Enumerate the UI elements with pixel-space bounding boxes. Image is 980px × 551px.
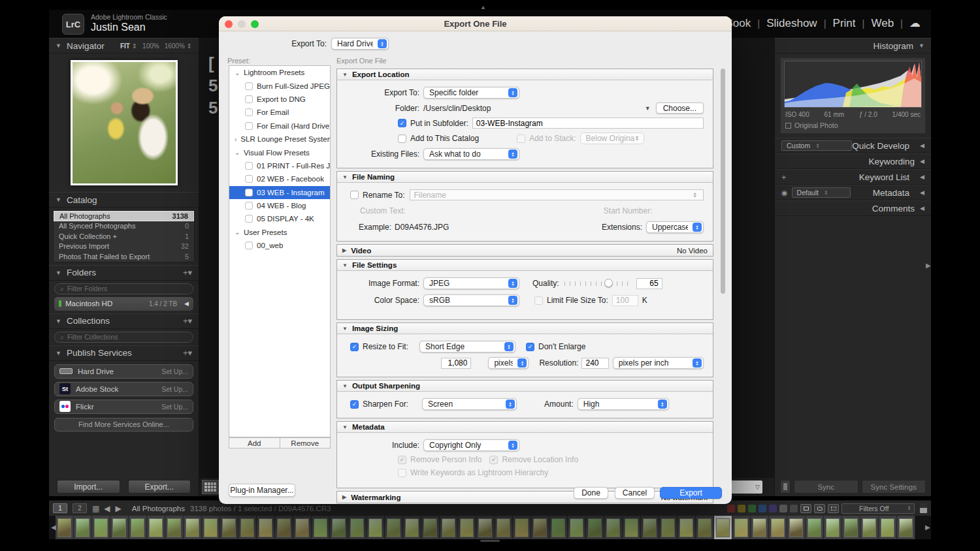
cancel-button[interactable]: Cancel [615,487,655,499]
preset-checkbox[interactable] [245,82,253,90]
label-chip-gray1[interactable] [779,505,787,512]
stack-position-dropdown[interactable]: Below Original⇕ [580,133,644,144]
choose-folder-button[interactable]: Choose... [656,102,704,114]
add-collection-button[interactable]: +▾ [183,316,192,326]
preset-item[interactable]: For Email (Hard Drive) [229,119,330,133]
catalog-item-failed-export[interactable]: Photos That Failed to Export5 [54,251,194,262]
export-button[interactable]: Export... [128,480,191,494]
sharpen-target-dropdown[interactable]: Screen▲▼ [422,398,517,410]
section-header[interactable]: ▼Metadata [337,422,713,433]
histogram-chart[interactable] [784,61,922,108]
module-slideshow[interactable]: Slideshow [766,17,817,30]
dont-enlarge-checkbox[interactable]: ✓ [526,343,534,351]
metadata-include-dropdown[interactable]: Copyright Only▲▼ [423,439,519,451]
filmstrip-thumbnail[interactable] [348,516,367,539]
dialog-scrollbar[interactable] [721,69,725,445]
extensions-dropdown[interactable]: Uppercase▲▼ [646,221,704,233]
section-header[interactable]: ▶WatermarkingNo watermark [337,492,713,503]
label-chip-purple[interactable] [769,505,777,512]
filmstrip-thumbnail[interactable] [604,516,623,539]
preset-checkbox[interactable] [245,202,253,210]
folder-history-arrow[interactable]: ▼ [645,105,651,112]
preset-item[interactable]: 00_web [229,239,330,252]
preset-checkbox[interactable] [245,108,253,116]
image-format-dropdown[interactable]: JPEG▲▼ [423,277,519,289]
filmstrip-thumbnail[interactable] [586,516,604,539]
filmstrip-thumbnail[interactable] [641,516,659,539]
publish-service-flickr[interactable]: Flickr Set Up... [54,400,193,414]
original-photo-checkbox[interactable] [785,123,791,129]
add-folder-button[interactable]: +▾ [183,268,192,277]
filters-dropdown[interactable]: Filters Off⇕ [841,503,915,514]
quick-develop-header[interactable]: Custom⇕ Quick Develop ◀ [775,138,931,153]
preset-item[interactable]: 01 PRINT - Full-Res JPG 100% [229,159,330,172]
zoom-100-button[interactable]: 100% [142,42,159,50]
sync-settings-button[interactable]: Sync Settings [862,480,926,494]
catalog-item-all-photographs[interactable]: All Photographs3138 [54,211,194,221]
section-header[interactable]: ▼Image Sizing [337,323,713,334]
filmstrip-thumbnail[interactable] [165,516,184,539]
module-web[interactable]: Web [871,17,894,30]
filmstrip-thumbnail[interactable] [147,516,165,539]
filter-toggle-switch[interactable] [920,503,927,513]
folders-header[interactable]: ▼ Folders +▾ [49,265,199,281]
collections-header[interactable]: ▼ Collections +▾ [49,313,199,329]
zoom-button[interactable] [251,20,259,28]
setup-link[interactable]: Set Up... [161,368,188,375]
catalog-item-quick-collection[interactable]: Quick Collection +1 [54,231,194,242]
preset-checkbox[interactable] [245,215,253,223]
filmstrip-source[interactable]: All Photographs [132,505,185,512]
import-button[interactable]: Import... [57,480,120,494]
add-publish-service-button[interactable]: +▾ [183,348,192,358]
main-window-button[interactable]: 1 [53,503,67,513]
scrollbar-thumb[interactable] [721,69,725,294]
thumbnail-size-dropdown[interactable]: ▽ [728,480,762,494]
rename-template-combo[interactable]: Filename⇕ [410,189,704,200]
zoom-1600-button[interactable]: 1600% ⇕ [165,42,192,50]
filmstrip-thumbnail[interactable] [751,516,769,539]
filmstrip-thumbnail[interactable] [275,516,293,539]
filmstrip-thumbnail[interactable] [879,516,897,539]
export-destination-dropdown[interactable]: Hard Drive▲▼ [331,38,389,50]
filmstrip-thumbnail[interactable] [659,516,678,539]
section-header[interactable]: ▶VideoNo Video [337,245,713,256]
filmstrip-thumbnail[interactable] [806,516,824,539]
color-space-dropdown[interactable]: sRGB▲▼ [423,294,519,306]
histogram-header[interactable]: Histogram ▼ [775,38,931,54]
close-button[interactable] [225,20,233,28]
filmstrip-thumbnail[interactable] [568,516,586,539]
filmstrip-thumbnail[interactable] [513,516,531,539]
keyword-list-header[interactable]: + Keyword List ◀ [775,169,931,185]
filmstrip-thumbnail[interactable] [367,516,385,539]
section-header[interactable]: ▼File Naming [337,172,713,183]
setup-link[interactable]: Set Up... [161,403,188,411]
preset-group-slr-lounge[interactable]: ›SLR Lounge Preset System [229,133,330,146]
filter-flag-icon[interactable] [800,504,811,513]
size-value-input[interactable] [441,358,471,369]
add-preset-button[interactable]: Add [229,437,280,449]
preset-group-visual-flow[interactable]: ⌄Visual Flow Presets [229,146,330,159]
sync-switch-icon[interactable] [780,480,791,494]
filmstrip-thumbnail[interactable] [769,516,787,539]
zoom-fit-button[interactable]: FIT ⇕ [120,42,137,50]
filmstrip-thumbnail[interactable] [476,516,495,539]
go-back-arrow[interactable]: ◀ [104,504,110,513]
metadata-header[interactable]: ◉ Default⇕ Metadata ◀ [775,185,931,200]
filmstrip-thumbnail[interactable] [312,516,330,539]
filmstrip-thumbnail[interactable] [732,516,751,539]
metadata-eye-icon[interactable]: ◉ [781,189,788,197]
volume-disclosure-icon[interactable]: ◀ [184,300,189,307]
preset-item[interactable]: Burn Full-Sized JPEGs [229,79,330,92]
preset-item[interactable]: For Email [229,106,330,119]
resize-to-fit-checkbox[interactable]: ✓ [350,343,359,351]
original-photo-row[interactable]: Original Photo [784,119,922,130]
filmstrip-thumbnail[interactable] [897,516,915,539]
section-header[interactable]: ▼File Settings [337,260,713,271]
cloud-sync-icon[interactable]: ☁ [909,16,921,30]
grid-view-icon[interactable] [202,480,219,494]
filter-collections-field[interactable]: ⌕ Filter Collections [54,332,193,343]
preset-item[interactable]: 05 DISPLAY - 4K [229,212,330,225]
filmstrip-thumbnail[interactable] [787,516,806,539]
label-chip-gray2[interactable] [790,505,798,512]
limit-file-size-checkbox[interactable] [534,296,543,305]
